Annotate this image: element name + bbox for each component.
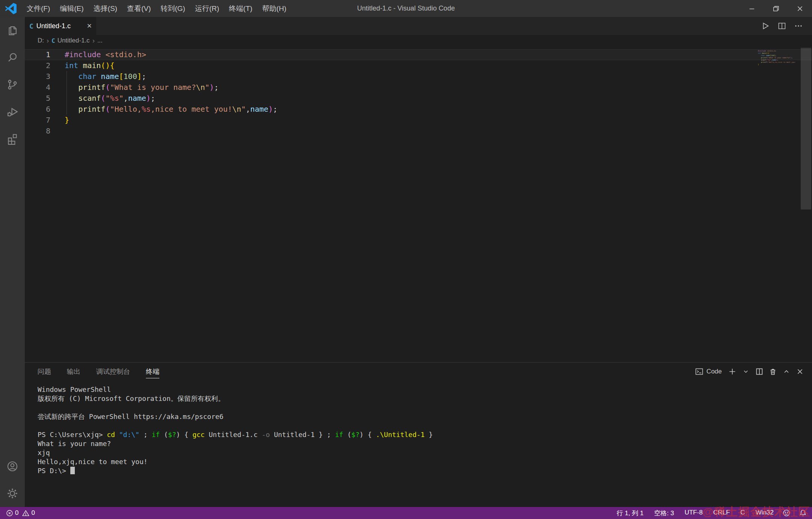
feedback-smiley-icon[interactable]	[783, 509, 790, 517]
tab-label: Untitled-1.c	[36, 22, 71, 30]
close-panel-icon[interactable]	[793, 365, 807, 378]
status-item-5[interactable]: Win32	[756, 509, 774, 517]
error-count: 0	[15, 509, 18, 517]
token	[65, 94, 78, 103]
kill-terminal-trash-icon[interactable]	[766, 365, 780, 378]
panel-tab-1[interactable]: 输出	[67, 365, 80, 378]
terminal-output[interactable]: Windows PowerShell版权所有 (C) Microsoft Cor…	[25, 381, 812, 507]
code-line-1[interactable]: 1#include <stdio.h>	[25, 49, 812, 60]
restore-button[interactable]	[764, 0, 788, 17]
menu-item-3[interactable]: 查看(V)	[122, 0, 156, 17]
menu-item-2[interactable]: 选择(S)	[89, 0, 122, 17]
code-editor[interactable]: 1#include <stdio.h>2int main(){3 char na…	[25, 46, 812, 362]
settings-gear-icon[interactable]	[0, 480, 25, 507]
chevron-right-icon: ›	[47, 37, 49, 45]
editor-actions	[757, 17, 812, 35]
code-line-2[interactable]: 2int main(){	[25, 60, 812, 71]
code-line-7[interactable]: 7}	[25, 115, 812, 126]
terminal-line: 尝试新的跨平台 PowerShell https://aka.ms/pscore…	[38, 412, 812, 421]
menu-item-6[interactable]: 终端(T)	[224, 0, 257, 17]
terminal-profile-selector[interactable]: Code	[695, 367, 722, 376]
terminal-toolbar: Code	[695, 365, 807, 378]
notifications-bell-icon[interactable]	[799, 509, 807, 517]
token: -o	[262, 431, 270, 439]
activity-bar	[0, 17, 25, 507]
token: "What is your name?	[110, 83, 196, 92]
tab-close-icon[interactable]: ×	[87, 22, 92, 30]
token: "What is your name?	[768, 57, 787, 59]
token: Hello,xjq,nice to meet you!	[38, 458, 148, 466]
new-terminal-icon[interactable]	[726, 365, 739, 378]
token: (	[101, 94, 105, 103]
terminal-line	[38, 421, 812, 430]
breadcrumb-file[interactable]: Untitled-1.c	[58, 37, 90, 44]
run-code-button[interactable]	[757, 17, 774, 35]
token: \n	[196, 83, 205, 92]
minimize-button[interactable]	[740, 0, 764, 17]
status-item-3[interactable]: CRLF	[713, 509, 730, 517]
token: ;	[273, 105, 277, 114]
code-line-5[interactable]: 5 scanf("%s",name);	[25, 93, 812, 104]
menu-item-5[interactable]: 运行(R)	[190, 0, 224, 17]
token	[70, 467, 75, 474]
status-item-2[interactable]: UTF-8	[685, 509, 703, 517]
explorer-icon[interactable]	[0, 17, 25, 44]
token: What is your name?	[38, 440, 111, 448]
maximize-panel-chevron-icon[interactable]	[780, 365, 793, 378]
token: ,	[246, 105, 250, 114]
code-line-3[interactable]: 3 char name[100];	[25, 71, 812, 82]
problems-status[interactable]: 0 0	[6, 509, 39, 517]
token: ) {	[359, 431, 376, 439]
panel-tab-2[interactable]: 调试控制台	[96, 365, 130, 378]
run-and-debug-icon[interactable]	[0, 98, 25, 125]
minimap[interactable]: #include <stdio.h>int main(){ char name[…	[758, 50, 795, 68]
source-control-icon[interactable]	[0, 71, 25, 98]
token: }	[758, 64, 759, 65]
code-line-4[interactable]: 4 printf("What is your name?\n");	[25, 82, 812, 93]
token: PS C:\Users\xjq>	[38, 431, 107, 439]
panel-tab-3[interactable]: 终端	[146, 365, 159, 378]
menu-item-1[interactable]: 编辑(E)	[55, 0, 88, 17]
minimap-line	[758, 66, 795, 68]
tab-untitled-1c[interactable]: C Untitled-1.c ×	[25, 17, 96, 35]
menu-bar: 文件(F)编辑(E)选择(S)查看(V)转到(G)运行(R)终端(T)帮助(H)	[22, 0, 291, 17]
menu-item-7[interactable]: 帮助(H)	[257, 0, 291, 17]
breadcrumb-drive[interactable]: D:	[38, 37, 44, 44]
menu-item-4[interactable]: 转到(G)	[156, 0, 190, 17]
terminal-line: Hello,xjq,nice to meet you!	[38, 457, 812, 466]
token: ;	[777, 59, 779, 61]
token: "	[205, 83, 209, 92]
menu-item-0[interactable]: 文件(F)	[22, 0, 55, 17]
breadcrumb-more[interactable]: ...	[97, 37, 103, 44]
token: "d:\"	[119, 431, 139, 439]
status-item-1[interactable]: 空格: 3	[654, 509, 674, 517]
code-text: }	[65, 115, 69, 126]
split-editor-icon[interactable]	[774, 17, 790, 35]
line-number: 7	[25, 115, 55, 126]
more-actions-icon[interactable]	[790, 17, 807, 35]
terminal-dropdown-chevron-icon[interactable]	[739, 365, 753, 378]
panel-tab-0[interactable]: 问题	[38, 365, 51, 378]
code-line-6[interactable]: 6 printf("Hello,%s,nice to meet you!\n",…	[25, 104, 812, 115]
code-line-8[interactable]: 8	[25, 126, 812, 137]
tab-bar: C Untitled-1.c ×	[25, 17, 812, 35]
status-item-0[interactable]: 行 1, 列 1	[617, 509, 644, 517]
account-icon[interactable]	[0, 453, 25, 480]
token: printf	[78, 105, 105, 114]
close-window-button[interactable]	[788, 0, 812, 17]
token: char	[78, 72, 96, 81]
search-icon[interactable]	[0, 44, 25, 71]
split-terminal-icon[interactable]	[753, 365, 766, 378]
token: int	[758, 52, 761, 54]
status-item-4[interactable]: C	[741, 509, 745, 517]
token: ;	[775, 55, 776, 56]
editor-scrollbar[interactable]	[801, 48, 811, 209]
token: (	[343, 431, 351, 439]
token: ;	[214, 83, 218, 92]
extensions-icon[interactable]	[0, 125, 25, 152]
code-text: char name[100];	[65, 71, 146, 82]
token: name	[766, 55, 770, 56]
code-text: #include <stdio.h>	[65, 49, 146, 60]
terminal-line: PS D:\>	[38, 466, 812, 475]
token: "Hello,	[768, 61, 775, 63]
